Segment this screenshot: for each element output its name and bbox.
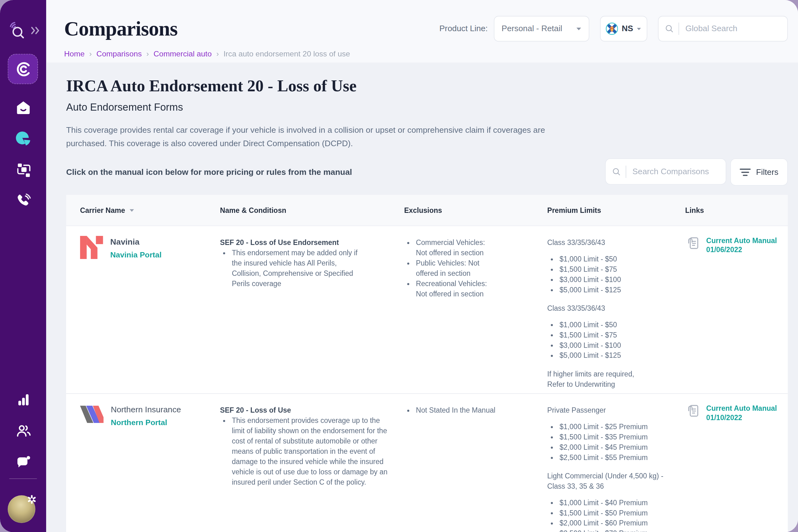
endorsement-heading: IRCA Auto Endorsement 20 - Loss of Use (66, 77, 788, 94)
page-title: Comparisons (64, 18, 178, 39)
carrier-portal-link[interactable]: Northern Portal (111, 417, 181, 428)
comparison-table: Carrier Name Name & Conditiosn Exclusion… (66, 195, 788, 532)
breadcrumb-separator: › (216, 49, 219, 58)
links-cell: Current Auto Manual 01/10/2022 (685, 394, 788, 532)
sidebar-expand-button[interactable] (25, 25, 46, 36)
conditions-cell: SEF 20 - Loss of Use Endorsement This en… (220, 226, 404, 393)
table-row: Navinia Navinia Portal SEF 20 - Loss of … (66, 226, 788, 393)
app-window: Comparisons Product Line: Personal - Ret… (0, 0, 798, 532)
condition-list: This endorsement provides coverage up to… (220, 415, 394, 487)
column-header-carrier-name[interactable]: Carrier Name (66, 206, 220, 214)
manual-link[interactable]: Current Auto Manual 01/10/2022 (706, 404, 777, 422)
premium-item-list: $1,000 Limit - $25 Premium$1,500 Limit -… (547, 421, 685, 462)
manual-link-label: Current Auto Manual (706, 236, 777, 245)
carrier-cell: Navinia Navinia Portal (66, 226, 220, 393)
chevron-down-icon (576, 27, 582, 31)
breadcrumb-home[interactable]: Home (64, 49, 85, 58)
collapse-chevrons-icon (30, 26, 41, 35)
premium-section-title: Class 33/35/36/43 (547, 303, 676, 313)
sidebar-item-comparisons-active[interactable] (8, 54, 38, 84)
manual-link-date: 01/10/2022 (706, 413, 777, 422)
premium-item-list: $1,000 Limit - $50$1,500 Limit - $75$3,0… (547, 254, 685, 295)
premium-section-title: Private Passenger (547, 405, 676, 415)
global-search-input[interactable] (684, 24, 781, 34)
sidebar-item-analytics[interactable] (0, 130, 46, 147)
breadcrumb: Home › Comparisons › Commercial auto › I… (64, 49, 788, 58)
condition-list: This endorsement may be added only if th… (220, 248, 365, 289)
northern-insurance-logo (80, 405, 104, 423)
comparisons-search-input[interactable] (631, 167, 719, 177)
settings-gear-icon (27, 494, 37, 505)
chevron-down-icon (637, 27, 642, 31)
filter-icon (740, 168, 751, 176)
sidebar-item-reports[interactable] (0, 391, 46, 408)
comparisons-spiral-icon (14, 60, 32, 78)
main-area: Comparisons Product Line: Personal - Ret… (46, 0, 798, 532)
sidebar (0, 0, 46, 532)
table-body: Navinia Navinia Portal SEF 20 - Loss of … (66, 226, 788, 532)
manual-link-label: Current Auto Manual (706, 404, 777, 413)
table-row: Northern Insurance Northern Portal SEF 2… (66, 393, 788, 532)
conditions-cell: SEF 20 - Loss of Use This endorsement pr… (220, 394, 404, 532)
sidebar-divider (10, 478, 37, 479)
table-header: Carrier Name Name & Conditiosn Exclusion… (66, 195, 788, 226)
region-code: NS (622, 24, 633, 33)
endorsement-subheading: Auto Endorsement Forms (66, 101, 788, 113)
carrier-portal-link[interactable]: Navinia Portal (110, 250, 162, 260)
manual-link-date: 01/06/2022 (706, 245, 777, 254)
table-controls: Filters (605, 158, 788, 186)
breadcrumb-current: Irca auto endorsement 20 loss of use (224, 49, 350, 58)
screen-share-icon (15, 161, 32, 178)
home-icon (15, 99, 32, 116)
pie-chart-icon (15, 130, 32, 147)
sidebar-item-contacts[interactable] (0, 422, 46, 439)
premium-limits-cell: Class 33/35/36/43$1,000 Limit - $50$1,50… (547, 226, 685, 393)
premium-note: If higher limits are required, (547, 369, 676, 379)
manual-document-icon[interactable] (686, 236, 700, 251)
sidebar-item-home[interactable] (0, 99, 46, 117)
premium-item-list: $1,000 Limit - $40 Premium$1,500 Limit -… (547, 497, 685, 532)
content: IRCA Auto Endorsement 20 - Loss of Use A… (46, 63, 798, 532)
search-icon (612, 167, 620, 177)
exclusion-list: Not Stated In the Manual (404, 405, 517, 415)
condition-title: SEF 20 - Loss of Use Endorsement (220, 238, 404, 248)
premium-item-list: $1,000 Limit - $50$1,500 Limit - $75$3,0… (547, 320, 685, 361)
sidebar-item-screen-share[interactable] (0, 161, 46, 178)
breadcrumb-separator: › (147, 49, 149, 58)
filters-label: Filters (756, 167, 779, 177)
search-icon (665, 24, 673, 34)
navinia-logo (80, 236, 103, 259)
exclusions-cell: Not Stated In the Manual (404, 394, 547, 532)
divider (679, 22, 679, 35)
stage: Comparisons Product Line: Personal - Ret… (0, 0, 798, 532)
manual-document-icon[interactable] (686, 404, 700, 419)
product-line-label: Product Line: (439, 24, 488, 33)
column-header-name-conditions: Name & Conditiosn (220, 206, 404, 214)
sidebar-item-chat[interactable] (0, 453, 46, 471)
premium-limits-cell: Private Passenger$1,000 Limit - $25 Prem… (547, 394, 685, 532)
premium-note: Refer to Underwriting (547, 379, 676, 389)
phone-icon (15, 193, 32, 209)
region-select[interactable]: NS (600, 16, 647, 41)
topbar-controls: Product Line: Personal - Retail (439, 16, 788, 41)
sort-caret-icon (129, 209, 134, 212)
manual-note: Click on the manual icon below for more … (66, 167, 352, 177)
bar-chart-icon (15, 392, 31, 407)
comparisons-search (605, 158, 726, 185)
filters-button[interactable]: Filters (730, 158, 788, 186)
voice-search-icon (6, 20, 27, 40)
breadcrumb-comparisons[interactable]: Comparisons (96, 49, 141, 58)
condition-title: SEF 20 - Loss of Use (220, 405, 404, 415)
nova-scotia-flag-icon (606, 21, 618, 36)
divider (626, 166, 626, 178)
settings-gear-button[interactable] (27, 494, 37, 507)
product-line-select[interactable]: Personal - Retail (494, 16, 589, 41)
premium-section-title: Light Commercial (Under 4,500 kg) - Clas… (547, 471, 676, 491)
sidebar-item-calls[interactable] (0, 192, 46, 210)
manual-link[interactable]: Current Auto Manual 01/06/2022 (706, 236, 777, 254)
links-cell: Current Auto Manual 01/06/2022 (685, 226, 788, 393)
coverage-description: This coverage provides rental car covera… (66, 124, 574, 151)
premium-section-title: Class 33/35/36/43 (547, 238, 676, 248)
breadcrumb-commercial-auto[interactable]: Commercial auto (154, 49, 212, 58)
chat-icon (15, 454, 32, 470)
